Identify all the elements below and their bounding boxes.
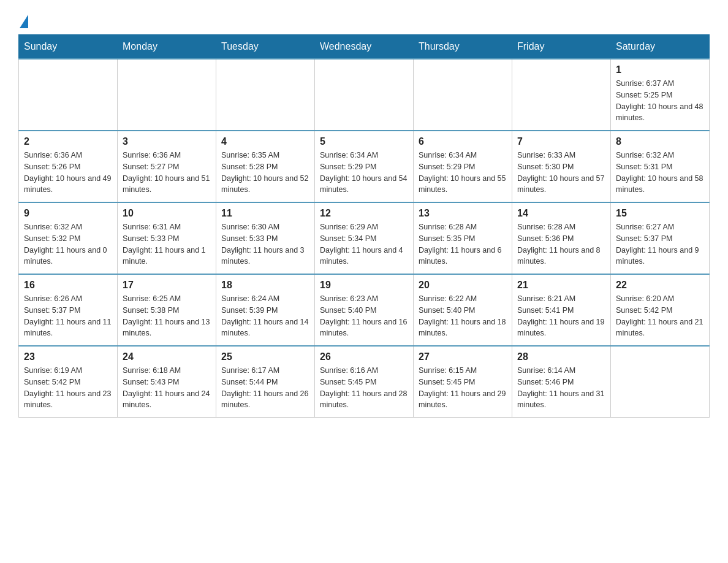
calendar-day-cell: 21Sunrise: 6:21 AMSunset: 5:41 PMDayligh…	[512, 274, 611, 346]
calendar-day-cell: 11Sunrise: 6:30 AMSunset: 5:33 PMDayligh…	[216, 202, 315, 274]
calendar-day-cell: 22Sunrise: 6:20 AMSunset: 5:42 PMDayligh…	[611, 274, 710, 346]
calendar-week-row: 16Sunrise: 6:26 AMSunset: 5:37 PMDayligh…	[19, 274, 710, 346]
calendar-day-cell: 7Sunrise: 6:33 AMSunset: 5:30 PMDaylight…	[512, 131, 611, 202]
day-number: 10	[123, 208, 211, 219]
logo	[18, 12, 28, 28]
day-info: Sunrise: 6:35 AMSunset: 5:28 PMDaylight:…	[221, 150, 309, 196]
day-number: 3	[123, 136, 211, 147]
calendar-day-cell	[315, 59, 414, 131]
day-number: 19	[320, 280, 408, 291]
calendar-day-cell	[611, 346, 710, 418]
day-number: 4	[221, 136, 309, 147]
day-info: Sunrise: 6:30 AMSunset: 5:33 PMDaylight:…	[221, 221, 309, 267]
calendar-day-cell	[118, 59, 216, 131]
day-info: Sunrise: 6:22 AMSunset: 5:40 PMDaylight:…	[419, 293, 507, 339]
day-info: Sunrise: 6:17 AMSunset: 5:44 PMDaylight:…	[221, 365, 309, 411]
calendar-table: SundayMondayTuesdayWednesdayThursdayFrid…	[18, 34, 710, 418]
day-number: 28	[517, 351, 605, 362]
day-info: Sunrise: 6:14 AMSunset: 5:46 PMDaylight:…	[517, 365, 605, 411]
calendar-day-cell	[414, 59, 512, 131]
day-number: 5	[320, 136, 408, 147]
day-number: 14	[517, 208, 605, 219]
day-number: 6	[419, 136, 507, 147]
day-of-week-header: Monday	[118, 35, 216, 59]
calendar-day-cell: 5Sunrise: 6:34 AMSunset: 5:29 PMDaylight…	[315, 131, 414, 202]
day-info: Sunrise: 6:18 AMSunset: 5:43 PMDaylight:…	[123, 365, 211, 411]
calendar-week-row: 1Sunrise: 6:37 AMSunset: 5:25 PMDaylight…	[19, 59, 710, 131]
day-info: Sunrise: 6:28 AMSunset: 5:36 PMDaylight:…	[517, 221, 605, 267]
calendar-day-cell: 1Sunrise: 6:37 AMSunset: 5:25 PMDaylight…	[611, 59, 710, 131]
day-info: Sunrise: 6:34 AMSunset: 5:29 PMDaylight:…	[419, 150, 507, 196]
day-info: Sunrise: 6:32 AMSunset: 5:31 PMDaylight:…	[616, 150, 704, 196]
day-info: Sunrise: 6:25 AMSunset: 5:38 PMDaylight:…	[123, 293, 211, 339]
calendar-day-cell: 24Sunrise: 6:18 AMSunset: 5:43 PMDayligh…	[118, 346, 216, 418]
day-number: 23	[24, 351, 112, 362]
calendar-day-cell: 6Sunrise: 6:34 AMSunset: 5:29 PMDaylight…	[414, 131, 512, 202]
calendar-day-cell: 15Sunrise: 6:27 AMSunset: 5:37 PMDayligh…	[611, 202, 710, 274]
calendar-day-cell: 23Sunrise: 6:19 AMSunset: 5:42 PMDayligh…	[19, 346, 118, 418]
day-number: 8	[616, 136, 704, 147]
calendar-day-cell: 9Sunrise: 6:32 AMSunset: 5:32 PMDaylight…	[19, 202, 118, 274]
calendar-day-cell: 3Sunrise: 6:36 AMSunset: 5:27 PMDaylight…	[118, 131, 216, 202]
day-info: Sunrise: 6:27 AMSunset: 5:37 PMDaylight:…	[616, 221, 704, 267]
day-number: 7	[517, 136, 605, 147]
day-number: 9	[24, 208, 112, 219]
day-number: 21	[517, 280, 605, 291]
day-info: Sunrise: 6:19 AMSunset: 5:42 PMDaylight:…	[24, 365, 112, 411]
day-info: Sunrise: 6:34 AMSunset: 5:29 PMDaylight:…	[320, 150, 408, 196]
day-of-week-header: Friday	[512, 35, 611, 59]
day-number: 13	[419, 208, 507, 219]
day-info: Sunrise: 6:28 AMSunset: 5:35 PMDaylight:…	[419, 221, 507, 267]
day-info: Sunrise: 6:32 AMSunset: 5:32 PMDaylight:…	[24, 221, 112, 267]
day-number: 22	[616, 280, 704, 291]
calendar-day-cell: 19Sunrise: 6:23 AMSunset: 5:40 PMDayligh…	[315, 274, 414, 346]
day-of-week-header: Tuesday	[216, 35, 315, 59]
calendar-day-cell: 18Sunrise: 6:24 AMSunset: 5:39 PMDayligh…	[216, 274, 315, 346]
day-number: 24	[123, 351, 211, 362]
day-number: 27	[419, 351, 507, 362]
calendar-week-row: 23Sunrise: 6:19 AMSunset: 5:42 PMDayligh…	[19, 346, 710, 418]
calendar-day-cell: 26Sunrise: 6:16 AMSunset: 5:45 PMDayligh…	[315, 346, 414, 418]
day-info: Sunrise: 6:16 AMSunset: 5:45 PMDaylight:…	[320, 365, 408, 411]
day-info: Sunrise: 6:21 AMSunset: 5:41 PMDaylight:…	[517, 293, 605, 339]
day-number: 18	[221, 280, 309, 291]
calendar-day-cell	[19, 59, 118, 131]
calendar-day-cell: 28Sunrise: 6:14 AMSunset: 5:46 PMDayligh…	[512, 346, 611, 418]
day-of-week-header: Saturday	[611, 35, 710, 59]
calendar-week-row: 2Sunrise: 6:36 AMSunset: 5:26 PMDaylight…	[19, 131, 710, 202]
calendar-week-row: 9Sunrise: 6:32 AMSunset: 5:32 PMDaylight…	[19, 202, 710, 274]
calendar-day-cell	[512, 59, 611, 131]
day-info: Sunrise: 6:33 AMSunset: 5:30 PMDaylight:…	[517, 150, 605, 196]
day-info: Sunrise: 6:23 AMSunset: 5:40 PMDaylight:…	[320, 293, 408, 339]
calendar-day-cell: 12Sunrise: 6:29 AMSunset: 5:34 PMDayligh…	[315, 202, 414, 274]
day-of-week-header: Wednesday	[315, 35, 414, 59]
day-number: 2	[24, 136, 112, 147]
day-info: Sunrise: 6:36 AMSunset: 5:27 PMDaylight:…	[123, 150, 211, 196]
calendar-day-cell: 20Sunrise: 6:22 AMSunset: 5:40 PMDayligh…	[414, 274, 512, 346]
day-info: Sunrise: 6:29 AMSunset: 5:34 PMDaylight:…	[320, 221, 408, 267]
day-number: 26	[320, 351, 408, 362]
day-info: Sunrise: 6:36 AMSunset: 5:26 PMDaylight:…	[24, 150, 112, 196]
calendar-header-row: SundayMondayTuesdayWednesdayThursdayFrid…	[19, 35, 710, 59]
calendar-day-cell: 2Sunrise: 6:36 AMSunset: 5:26 PMDaylight…	[19, 131, 118, 202]
day-info: Sunrise: 6:24 AMSunset: 5:39 PMDaylight:…	[221, 293, 309, 339]
calendar-day-cell: 10Sunrise: 6:31 AMSunset: 5:33 PMDayligh…	[118, 202, 216, 274]
day-number: 15	[616, 208, 704, 219]
day-number: 17	[123, 280, 211, 291]
day-number: 20	[419, 280, 507, 291]
day-number: 25	[221, 351, 309, 362]
calendar-day-cell: 27Sunrise: 6:15 AMSunset: 5:45 PMDayligh…	[414, 346, 512, 418]
calendar-day-cell: 4Sunrise: 6:35 AMSunset: 5:28 PMDaylight…	[216, 131, 315, 202]
calendar-day-cell: 17Sunrise: 6:25 AMSunset: 5:38 PMDayligh…	[118, 274, 216, 346]
day-info: Sunrise: 6:15 AMSunset: 5:45 PMDaylight:…	[419, 365, 507, 411]
calendar-day-cell: 16Sunrise: 6:26 AMSunset: 5:37 PMDayligh…	[19, 274, 118, 346]
day-info: Sunrise: 6:31 AMSunset: 5:33 PMDaylight:…	[123, 221, 211, 267]
page-header	[18, 12, 710, 28]
day-info: Sunrise: 6:37 AMSunset: 5:25 PMDaylight:…	[616, 78, 704, 124]
logo-triangle-icon	[20, 15, 28, 28]
day-number: 12	[320, 208, 408, 219]
calendar-day-cell: 8Sunrise: 6:32 AMSunset: 5:31 PMDaylight…	[611, 131, 710, 202]
day-of-week-header: Sunday	[19, 35, 118, 59]
day-number: 1	[616, 64, 704, 75]
calendar-day-cell	[216, 59, 315, 131]
